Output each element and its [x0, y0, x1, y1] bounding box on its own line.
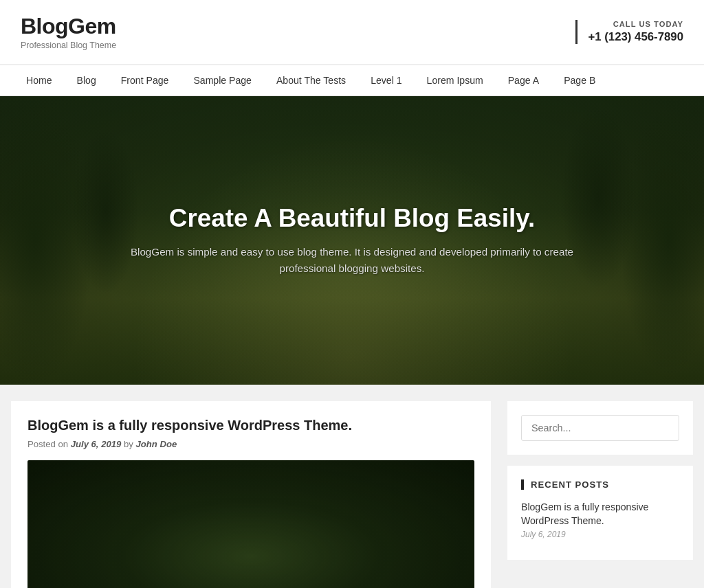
hero-section: Create A Beautiful Blog Easily. BlogGem … [0, 96, 704, 385]
nav-link-home[interactable]: Home [14, 65, 65, 95]
nav-link-page-b[interactable]: Page B [551, 65, 608, 95]
call-label: CALL US TODAY [588, 20, 683, 28]
hero-description: BlogGem is simple and easy to use blog t… [125, 244, 579, 278]
recent-post-date: July 6, 2019 [521, 530, 679, 539]
recent-posts-title: RECENT POSTS [521, 479, 679, 490]
nav-item-level1[interactable]: Level 1 [358, 65, 414, 95]
nav-link-front-page[interactable]: Front Page [109, 65, 182, 95]
site-title: BlogGem [21, 14, 116, 39]
sidebar: RECENT POSTS BlogGem is a fully responsi… [507, 401, 693, 588]
post-title: BlogGem is a fully responsive WordPress … [28, 418, 474, 433]
nav-item-page-a[interactable]: Page A [496, 65, 551, 95]
post-date: July 6, 2019 [71, 439, 122, 449]
posts-area: BlogGem is a fully responsive WordPress … [11, 401, 491, 588]
nav-item-about-tests[interactable]: About The Tests [264, 65, 358, 95]
search-widget [507, 401, 693, 455]
nav-link-level1[interactable]: Level 1 [358, 65, 414, 95]
contact-info: CALL US TODAY +1 (123) 456-7890 [575, 20, 683, 44]
nav-list: Home Blog Front Page Sample Page About T… [0, 65, 704, 95]
nav-link-page-a[interactable]: Page A [496, 65, 551, 95]
nav-item-page-b[interactable]: Page B [551, 65, 608, 95]
nav-link-lorem-ipsum[interactable]: Lorem Ipsum [415, 65, 496, 95]
recent-post-item: BlogGem is a fully responsive WordPress … [521, 501, 679, 539]
nav-item-front-page[interactable]: Front Page [109, 65, 182, 95]
main-content: BlogGem is a fully responsive WordPress … [0, 385, 704, 588]
hero-title: Create A Beautiful Blog Easily. [125, 204, 579, 233]
site-branding: BlogGem Professional Blog Theme [21, 14, 116, 50]
site-description: Professional Blog Theme [21, 41, 116, 50]
search-input[interactable] [521, 415, 679, 441]
nav-link-about-tests[interactable]: About The Tests [264, 65, 358, 95]
nav-item-lorem-ipsum[interactable]: Lorem Ipsum [415, 65, 496, 95]
site-nav: Home Blog Front Page Sample Page About T… [0, 65, 704, 96]
nav-item-home[interactable]: Home [14, 65, 65, 95]
nav-item-sample-page[interactable]: Sample Page [181, 65, 264, 95]
post-image [28, 460, 474, 588]
post-author: John Doe [135, 439, 177, 449]
post-article: BlogGem is a fully responsive WordPress … [28, 418, 474, 588]
nav-link-sample-page[interactable]: Sample Page [181, 65, 264, 95]
nav-item-blog[interactable]: Blog [65, 65, 109, 95]
recent-posts-widget: RECENT POSTS BlogGem is a fully responsi… [507, 466, 693, 560]
site-header: BlogGem Professional Blog Theme CALL US … [0, 0, 704, 65]
phone-number: +1 (123) 456-7890 [588, 30, 683, 44]
hero-content: Create A Beautiful Blog Easily. BlogGem … [111, 204, 593, 278]
nav-link-blog[interactable]: Blog [65, 65, 109, 95]
post-meta: Posted on July 6, 2019 by John Doe [28, 439, 474, 449]
post-by: by [124, 439, 136, 449]
post-meta-prefix: Posted on [28, 439, 71, 449]
recent-post-title[interactable]: BlogGem is a fully responsive WordPress … [521, 501, 679, 528]
